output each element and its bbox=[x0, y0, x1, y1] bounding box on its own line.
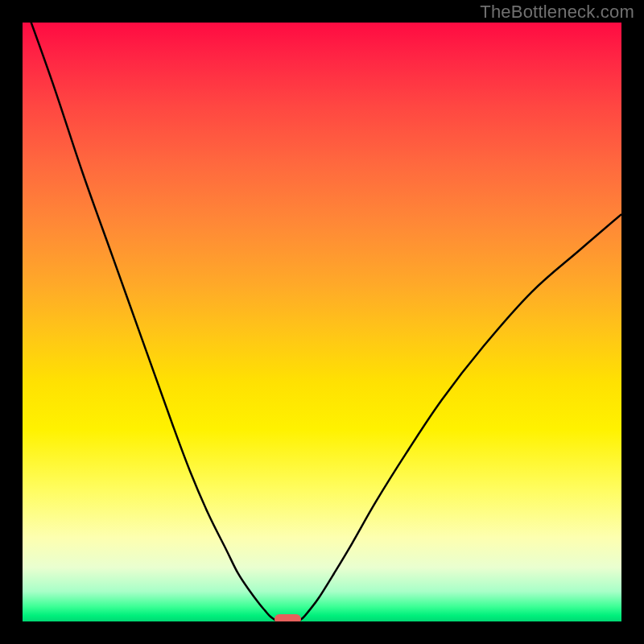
bottleneck-marker bbox=[275, 614, 301, 621]
left-curve bbox=[23, 23, 275, 621]
plot-area bbox=[23, 23, 621, 621]
watermark-text: TheBottleneck.com bbox=[480, 2, 634, 23]
curves-layer bbox=[23, 23, 621, 621]
right-curve bbox=[299, 214, 621, 620]
chart-frame: TheBottleneck.com bbox=[0, 0, 644, 644]
